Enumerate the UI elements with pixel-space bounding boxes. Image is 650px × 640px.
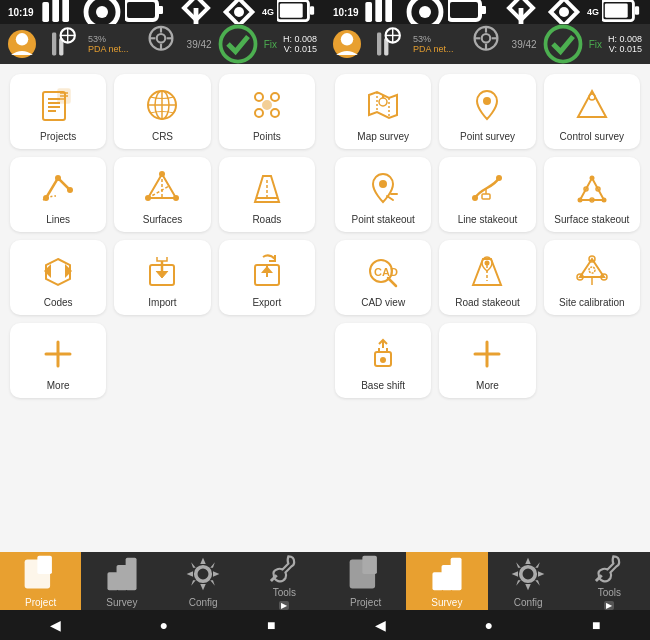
svg-rect-82 [377,33,381,56]
lines-item[interactable]: Lines [10,157,106,232]
nav-config-left[interactable]: Config [163,552,244,610]
nav-tools-right[interactable]: Tools ▶ [569,552,650,610]
export-item[interactable]: Export [219,240,315,315]
export-icon [245,249,289,293]
recent-btn-right[interactable]: ■ [592,617,600,633]
base-shift-item[interactable]: Base shift [335,323,431,398]
import-label: Import [148,297,176,309]
back-btn-right[interactable]: ◀ [375,617,386,633]
crs-item[interactable]: CRS [114,74,210,149]
signal-4g-right: 4G [587,7,599,17]
point-stakeout-icon [361,166,405,210]
base-shift-icon [361,332,405,376]
more-item-left[interactable]: More [10,323,106,398]
fix-right: Fix [589,39,602,50]
svg-point-24 [220,27,255,62]
nav-project-label-left: Project [25,597,56,608]
nav-tools-left[interactable]: Tools ▶ [244,552,325,610]
svg-rect-132 [362,556,377,574]
lines-label: Lines [46,214,70,226]
recent-btn-left[interactable]: ■ [267,617,275,633]
left-phone: 10:19 4G 53% PDA net... 39/42 Fix H: 0.0… [0,0,325,640]
svg-point-97 [483,97,491,105]
road-stakeout-item[interactable]: Road stakeout [439,240,535,315]
left-content: Projects CRS Points Lin [0,64,325,552]
surfaces-item[interactable]: Surfaces [114,157,210,232]
import-icon [140,249,184,293]
home-btn-right[interactable]: ● [485,617,493,633]
cad-view-label: CAD view [361,297,405,309]
nav-survey-right[interactable]: Survey [406,552,487,610]
info-bar-right: 53% PDA net... 39/42 Fix H: 0.008 V: 0.0… [325,24,650,64]
back-btn-left[interactable]: ◀ [50,617,61,633]
svg-point-40 [255,109,263,117]
nav-project-right[interactable]: Project [325,552,406,610]
nav-survey-label-left: Survey [106,597,137,608]
point-survey-label: Point survey [460,131,515,143]
svg-point-102 [472,195,478,201]
point-survey-item[interactable]: Point survey [439,74,535,149]
point-survey-icon [465,83,509,127]
roads-item[interactable]: Roads [219,157,315,232]
svg-rect-11 [310,6,314,15]
site-calibration-item[interactable]: Site calibration [544,240,640,315]
svg-rect-1 [52,0,59,22]
nav-survey-left[interactable]: Survey [81,552,162,610]
svg-rect-69 [365,2,372,22]
gps-count-left: 39/42 [187,39,212,50]
svg-point-67 [196,567,211,582]
battery-right: 53% [413,34,460,44]
control-survey-item[interactable]: Control survey [544,74,640,149]
roads-icon [245,166,289,210]
svg-point-103 [496,175,502,181]
points-item[interactable]: Points [219,74,315,149]
codes-label: Codes [44,297,73,309]
svg-point-136 [521,567,536,582]
svg-point-50 [173,195,179,201]
nav-config-label-left: Config [189,597,218,608]
svg-point-128 [380,357,386,363]
svg-point-77 [559,7,569,17]
fix-left: Fix [264,39,277,50]
svg-rect-80 [635,6,639,15]
home-btn-left[interactable]: ● [160,617,168,633]
surface-stakeout-item[interactable]: Surface stakeout [544,157,640,232]
h-value-left: H: 0.008 [283,34,317,44]
svg-rect-74 [448,0,480,20]
nav-project-left[interactable]: Project [0,552,81,610]
map-survey-item[interactable]: Map survey [335,74,431,149]
crs-icon [140,83,184,127]
surfaces-label: Surfaces [143,214,182,226]
line-stakeout-label: Line stakeout [458,214,518,226]
control-survey-label: Control survey [560,131,624,143]
svg-point-96 [379,98,387,106]
svg-point-38 [255,93,263,101]
svg-rect-5 [125,0,157,20]
battery-left: 53% [88,34,135,44]
nav-config-right[interactable]: Config [488,552,569,610]
svg-point-73 [419,6,431,18]
svg-point-45 [67,187,73,193]
import-item[interactable]: Import [114,240,210,315]
line-stakeout-item[interactable]: Line stakeout [439,157,535,232]
nav-survey-label-right: Survey [431,597,462,608]
projects-item[interactable]: Projects [10,74,106,149]
road-stakeout-icon [465,249,509,293]
cad-view-item[interactable]: CAD CAD view [335,240,431,315]
svg-text:CAD: CAD [374,266,398,278]
svg-rect-0 [42,2,49,22]
nav-tools-label-right: Tools [598,587,621,598]
avatar-right [333,30,361,58]
svg-rect-2 [62,0,69,22]
surface-stakeout-icon [570,166,614,210]
signal-4g-left: 4G [262,7,274,17]
point-stakeout-item[interactable]: Point stakeout [335,157,431,232]
more-item-right[interactable]: More [439,323,535,398]
svg-point-4 [96,6,108,18]
codes-item[interactable]: Codes [10,240,106,315]
svg-point-81 [341,33,353,45]
crs-label: CRS [152,131,173,143]
svg-point-12 [16,33,28,45]
map-survey-icon [361,83,405,127]
system-bar-right: ◀ ● ■ [325,610,650,640]
